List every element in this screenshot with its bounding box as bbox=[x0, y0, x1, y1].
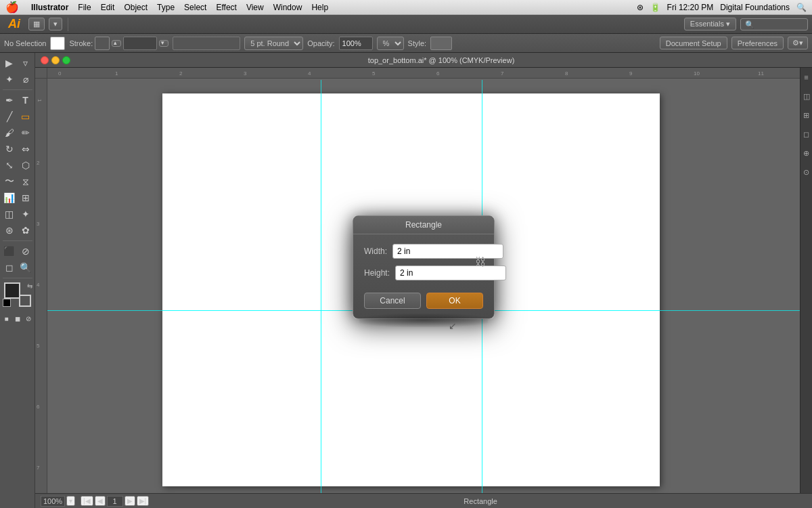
pen-tool[interactable]: ✒ bbox=[2, 93, 17, 108]
width-label: Width: bbox=[364, 247, 387, 256]
ruler-num-4: 4 bbox=[308, 70, 311, 77]
default-colors-icon[interactable] bbox=[3, 299, 11, 307]
swap-icon[interactable]: ⇆ bbox=[27, 282, 32, 290]
width-field: Width: bbox=[364, 244, 483, 259]
stroke-down-btn[interactable]: ▼ bbox=[159, 40, 168, 47]
height-label: Height: bbox=[364, 268, 390, 278]
gradient-tool[interactable]: ◫ bbox=[2, 207, 17, 221]
width-input[interactable] bbox=[392, 244, 503, 259]
eraser-tool[interactable]: ◻ bbox=[2, 260, 17, 275]
style-swatch[interactable] bbox=[430, 37, 452, 50]
menu-help[interactable]: Help bbox=[311, 3, 328, 12]
free-transform-tool[interactable]: ⧖ bbox=[18, 174, 33, 189]
selection-tool[interactable]: ▶ bbox=[2, 56, 17, 70]
direct-selection-tool[interactable]: ▿ bbox=[18, 56, 33, 70]
close-btn[interactable] bbox=[41, 56, 49, 64]
ruler-v-num-4: 4 bbox=[37, 282, 39, 288]
opacity-label: Opacity: bbox=[307, 39, 334, 47]
main-layout: ▶ ▿ ✦ ⌀ ✒ T ╱ ▭ 🖌 ✏ ↻ ⇔ ⤡ ⬡ 〜 ⧖ bbox=[0, 53, 812, 508]
ruler-v-num-2: 2 bbox=[37, 160, 39, 166]
paintbrush-tool[interactable]: 🖌 bbox=[2, 125, 17, 140]
clock: Fri 12:20 PM bbox=[667, 3, 714, 12]
dialog-fields-wrapper: Width: Height: ⛓ bbox=[364, 244, 483, 280]
magic-wand-tool[interactable]: ✦ bbox=[2, 72, 17, 87]
canvas-workspace: Rectangle Width: Height: bbox=[47, 80, 800, 508]
slice-tool[interactable]: ⊘ bbox=[18, 244, 33, 259]
options-bar: No Selection Stroke: ▲ ▼ 5 pt. Round Opa… bbox=[0, 34, 812, 53]
panel-icon-3[interactable]: ⊞ bbox=[800, 108, 813, 122]
document-setup-btn[interactable]: Document Setup bbox=[660, 37, 727, 49]
stroke-input[interactable] bbox=[123, 37, 157, 50]
shear-tool[interactable]: ⬡ bbox=[18, 158, 33, 173]
warp-tool[interactable]: 〜 bbox=[2, 174, 17, 189]
window-controls bbox=[41, 56, 70, 64]
rect-tool[interactable]: ▭ bbox=[18, 109, 33, 124]
opacity-select[interactable]: % bbox=[377, 37, 404, 50]
ruler-num-0: 0 bbox=[58, 70, 61, 77]
essentials-btn[interactable]: Essentials ▾ bbox=[684, 18, 736, 30]
mesh-tool[interactable]: ⊞ bbox=[18, 190, 33, 205]
pt-round-select[interactable]: 5 pt. Round bbox=[244, 37, 303, 50]
symbol-tool[interactable]: ✿ bbox=[18, 223, 33, 238]
workspace-options-btn[interactable]: ⚙▾ bbox=[788, 37, 808, 49]
scale-tool[interactable]: ⤡ bbox=[2, 158, 17, 173]
menu-effect[interactable]: Effect bbox=[216, 3, 236, 12]
column-graph-tool[interactable]: ⬛ bbox=[2, 244, 17, 259]
reflect-tool[interactable]: ⇔ bbox=[18, 142, 33, 156]
ok-button[interactable]: OK bbox=[426, 293, 483, 309]
menu-edit[interactable]: Edit bbox=[101, 3, 115, 12]
menu-file[interactable]: File bbox=[78, 3, 91, 12]
fill-color[interactable] bbox=[4, 282, 20, 299]
stroke-value-input[interactable] bbox=[173, 37, 240, 50]
cancel-button[interactable]: Cancel bbox=[364, 293, 421, 309]
blend-tool[interactable]: ⊛ bbox=[2, 223, 17, 238]
tool-separator-3 bbox=[3, 278, 32, 278]
ruler-left: 1 2 3 4 5 6 7 8 bbox=[35, 79, 47, 494]
panel-icon-6[interactable]: ⊙ bbox=[800, 165, 813, 179]
ruler-v-num-6: 6 bbox=[37, 404, 39, 410]
menu-object[interactable]: Object bbox=[124, 3, 148, 12]
workspace-switcher[interactable]: ▦ bbox=[28, 18, 45, 30]
menu-illustrator[interactable]: Illustrator bbox=[31, 3, 68, 12]
gradient-mode-btn[interactable]: ◼ bbox=[13, 311, 22, 326]
menu-window[interactable]: Window bbox=[273, 3, 302, 12]
fullscreen-btn[interactable] bbox=[62, 56, 70, 64]
scroll-right[interactable]: ▲ ▼ ≡ ◫ ⊞ ◻ ⊕ ⊙ bbox=[800, 68, 812, 508]
type-tool[interactable]: T bbox=[18, 93, 33, 108]
ruler-num-1: 1 bbox=[115, 70, 118, 77]
panel-icon-4[interactable]: ◻ bbox=[800, 127, 813, 141]
menu-type[interactable]: Type bbox=[157, 3, 175, 12]
stroke-swatch[interactable] bbox=[95, 37, 110, 50]
menu-select[interactable]: Select bbox=[184, 3, 206, 12]
panel-icon-2[interactable]: ◫ bbox=[800, 89, 813, 103]
lasso-tool[interactable]: ⌀ bbox=[18, 72, 33, 87]
dialog-overlay: Rectangle Width: Height: bbox=[47, 80, 800, 508]
preferences-btn[interactable]: Preferences bbox=[731, 37, 784, 49]
eyedropper-tool[interactable]: ✦ bbox=[18, 207, 33, 221]
ruler-num-9: 9 bbox=[629, 70, 632, 77]
rotate-tool[interactable]: ↻ bbox=[2, 142, 17, 156]
panel-icon-5[interactable]: ⊕ bbox=[800, 146, 813, 160]
color-swatches: ⇆ bbox=[3, 282, 32, 307]
menu-view[interactable]: View bbox=[246, 3, 264, 12]
minimize-btn[interactable] bbox=[51, 56, 60, 64]
style-label: Style: bbox=[408, 39, 427, 47]
stroke-up-btn[interactable]: ▲ bbox=[112, 40, 121, 47]
arrange-btn[interactable]: ▾ bbox=[49, 18, 62, 30]
zoom-tool[interactable]: 🔍 bbox=[18, 260, 33, 275]
line-tool[interactable]: ╱ bbox=[2, 109, 17, 124]
constrain-proportions-icon[interactable]: ⛓ bbox=[475, 256, 486, 268]
search-input[interactable] bbox=[740, 18, 808, 30]
height-input[interactable] bbox=[395, 266, 506, 280]
dialog-container: Rectangle Width: Height: bbox=[353, 215, 495, 319]
opacity-input[interactable] bbox=[339, 37, 373, 50]
pencil-tool[interactable]: ✏ bbox=[18, 125, 33, 140]
graph-tool[interactable]: 📊 bbox=[2, 190, 17, 205]
none-mode-btn[interactable]: ⊘ bbox=[24, 311, 33, 326]
apple-menu[interactable]: 🍎 bbox=[5, 1, 19, 14]
fill-swatch[interactable] bbox=[50, 37, 65, 50]
color-mode-btn[interactable]: ■ bbox=[2, 311, 12, 326]
panel-icon-1[interactable]: ≡ bbox=[800, 70, 813, 84]
search-icon[interactable]: 🔍 bbox=[796, 3, 807, 12]
stroke-color[interactable] bbox=[19, 295, 31, 307]
